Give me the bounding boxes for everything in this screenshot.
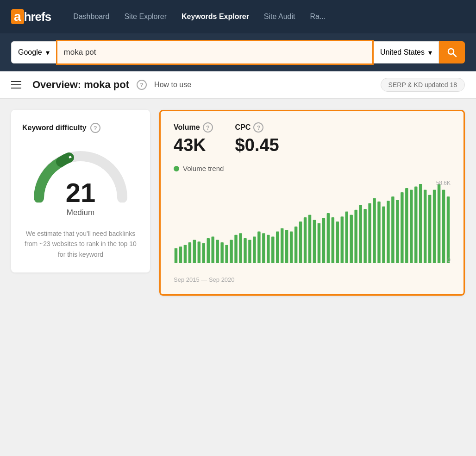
kd-description: We estimate that you'll need backlinks f…	[22, 228, 139, 260]
svg-rect-34	[322, 218, 325, 263]
svg-rect-61	[447, 196, 450, 263]
hamburger-menu[interactable]	[11, 81, 21, 89]
search-bar: Google ▾ United States ▾	[0, 33, 476, 71]
svg-rect-20	[257, 232, 260, 263]
logo-a: a	[11, 9, 24, 24]
chart-svg	[174, 180, 451, 272]
logo-hrefs: hrefs	[24, 10, 51, 24]
svg-rect-44	[368, 203, 371, 263]
nav-dashboard[interactable]: Dashboard	[73, 13, 109, 21]
svg-rect-15	[234, 235, 237, 263]
svg-rect-48	[387, 201, 389, 263]
svg-rect-2	[175, 248, 177, 263]
kd-title-text: Keyword difficulty	[22, 124, 87, 132]
svg-rect-56	[424, 190, 426, 263]
svg-rect-52	[405, 188, 408, 263]
svg-rect-12	[220, 242, 223, 263]
svg-rect-49	[391, 196, 394, 263]
svg-rect-35	[327, 213, 330, 263]
svg-rect-14	[230, 240, 232, 263]
search-input-wrapper	[56, 40, 374, 65]
nav-keywords-explorer[interactable]: Keywords Explorer	[182, 13, 249, 21]
engine-arrow: ▾	[46, 48, 50, 57]
kd-card-title: Keyword difficulty ?	[22, 123, 139, 133]
svg-rect-25	[281, 228, 283, 263]
search-button[interactable]	[439, 41, 465, 63]
svg-rect-32	[313, 220, 316, 263]
overview-bar: Overview: moka pot ? How to use SERP & K…	[0, 71, 476, 99]
metrics-row: Volume ? 43K CPC ? $0.45	[174, 122, 451, 155]
overview-title: Overview: moka pot	[32, 79, 129, 91]
volume-value: 43K	[174, 135, 213, 155]
svg-rect-31	[308, 215, 311, 263]
svg-rect-6	[193, 240, 196, 263]
svg-rect-21	[262, 233, 265, 263]
svg-rect-19	[253, 236, 256, 263]
chart-max-label: 58.6K	[436, 180, 451, 186]
svg-rect-33	[318, 223, 320, 263]
search-input[interactable]	[57, 41, 372, 63]
chart-min-label: 0	[447, 257, 451, 263]
chart-area: 58.6K 0	[174, 180, 451, 272]
kd-score: 21	[66, 179, 96, 206]
svg-rect-8	[202, 243, 205, 263]
svg-rect-55	[419, 184, 422, 263]
svg-rect-47	[382, 207, 385, 263]
logo[interactable]: a hrefs	[11, 9, 51, 24]
svg-rect-11	[216, 240, 219, 263]
kd-card: Keyword difficulty ? 21 Medium We estima…	[11, 110, 150, 272]
volume-card: Volume ? 43K CPC ? $0.45 Volume trend 58…	[159, 110, 465, 296]
svg-rect-40	[350, 215, 352, 263]
svg-rect-53	[410, 190, 413, 263]
svg-rect-10	[211, 236, 214, 263]
nav-rank[interactable]: Ra...	[310, 13, 326, 21]
svg-rect-18	[248, 240, 251, 263]
svg-rect-42	[359, 205, 362, 263]
svg-rect-4	[184, 245, 187, 263]
volume-trend-label: Volume trend	[174, 165, 451, 172]
svg-rect-41	[354, 210, 357, 263]
gauge-container: 21 Medium	[22, 142, 139, 217]
svg-rect-9	[207, 238, 210, 263]
volume-help-icon[interactable]: ?	[203, 122, 213, 133]
svg-rect-36	[332, 217, 334, 263]
main-content: Keyword difficulty ? 21 Medium We estima…	[0, 99, 476, 307]
kd-help-icon[interactable]: ?	[90, 123, 100, 133]
country-select[interactable]: United States ▾	[374, 41, 439, 63]
svg-rect-51	[401, 192, 403, 263]
svg-rect-28	[294, 227, 297, 263]
trend-dot	[174, 166, 179, 171]
nav-site-explorer[interactable]: Site Explorer	[124, 13, 167, 21]
volume-metric: Volume ? 43K	[174, 122, 213, 155]
chart-date-range: Sep 2015 — Sep 2020	[174, 276, 451, 283]
svg-rect-54	[414, 186, 417, 263]
cpc-help-icon[interactable]: ?	[253, 122, 263, 133]
country-arrow: ▾	[428, 48, 432, 57]
svg-rect-59	[438, 184, 440, 263]
header: a hrefs Dashboard Site Explorer Keywords…	[0, 0, 476, 33]
kd-level: Medium	[66, 208, 96, 217]
svg-rect-26	[285, 230, 288, 263]
nav-site-audit[interactable]: Site Audit	[264, 13, 295, 21]
serp-badge: SERP & KD updated 18	[381, 78, 465, 92]
svg-rect-30	[304, 217, 307, 263]
svg-rect-50	[396, 200, 399, 263]
search-icon	[447, 47, 457, 57]
volume-label: Volume ?	[174, 122, 213, 133]
svg-rect-57	[428, 195, 431, 263]
svg-rect-22	[267, 235, 269, 263]
overview-help-icon[interactable]: ?	[137, 80, 147, 90]
svg-line-1	[453, 54, 456, 57]
engine-select[interactable]: Google ▾	[11, 41, 56, 63]
how-to-use-link[interactable]: How to use	[154, 81, 191, 89]
svg-rect-45	[373, 198, 376, 263]
engine-label: Google	[18, 48, 42, 57]
svg-rect-39	[345, 211, 348, 263]
svg-rect-17	[244, 238, 246, 263]
svg-rect-38	[341, 216, 344, 263]
svg-rect-58	[433, 190, 436, 263]
svg-rect-5	[188, 242, 191, 263]
svg-rect-7	[198, 241, 200, 263]
svg-rect-60	[442, 190, 445, 263]
country-label: United States	[380, 48, 425, 57]
